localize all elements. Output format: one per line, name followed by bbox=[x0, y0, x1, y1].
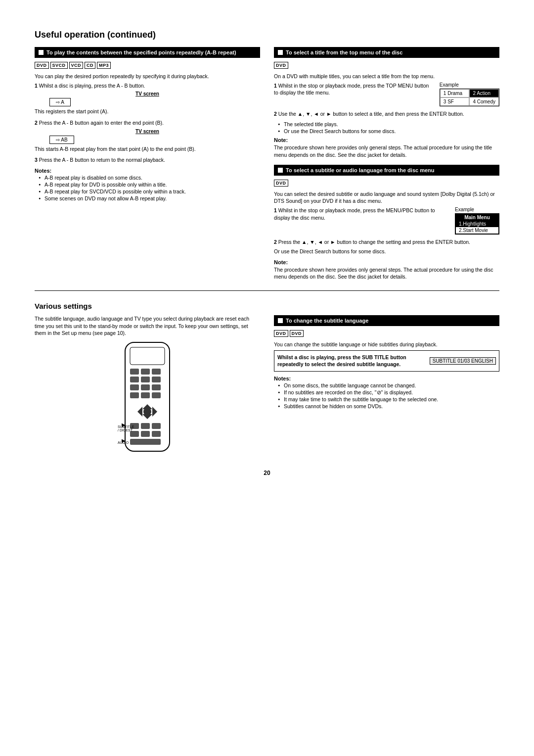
change-subtitle-intro: You can change the subtitle language or … bbox=[274, 341, 499, 348]
tv-screen-box-2: ⇨ AB bbox=[49, 136, 74, 144]
tv-screen-label-2: TV screen bbox=[35, 129, 260, 134]
step2-note: This starts A-B repeat play from the sta… bbox=[35, 145, 260, 153]
section-change-subtitle-heading: To change the subtitle language bbox=[274, 315, 499, 326]
right-step-1: 1 Whilst in the stop or playback mode, p… bbox=[274, 82, 499, 106]
various-settings-right: To change the subtitle language DVD DVD … bbox=[274, 315, 499, 410]
ab-intro: You can play the desired portion repeate… bbox=[35, 73, 260, 80]
note-item: Some scenes on DVD may not allow A-B rep… bbox=[39, 195, 260, 201]
svg-text:SUBTITLE: SUBTITLE bbox=[118, 425, 134, 428]
badge-row-ab: DVD SVCD VCD CD MP3 bbox=[35, 62, 260, 69]
svg-marker-17 bbox=[152, 407, 157, 417]
svg-point-18 bbox=[143, 408, 151, 416]
note-text-title: The procedure shown here provides only g… bbox=[274, 144, 499, 158]
tv-screen-label-1: TV screen bbox=[35, 91, 260, 96]
right-step-2: 2 Use the ▲, ▼, ◄ or ► button to select … bbox=[274, 110, 499, 118]
disc-menu-box: Main Menu 1.Hightlights 2.Start Movie bbox=[455, 213, 499, 235]
svg-rect-8 bbox=[130, 384, 139, 390]
svg-rect-1 bbox=[130, 347, 165, 365]
section-square-icon bbox=[39, 50, 44, 55]
svg-text:▶: ▶ bbox=[122, 422, 126, 427]
right-step-disc-2: 2 Press the ▲, ▼, ◄ or ► button to chang… bbox=[274, 238, 499, 255]
note-item: A-B repeat play for SVCD/VCD is possible… bbox=[39, 189, 260, 194]
note-label-title: Note: bbox=[274, 137, 499, 143]
note-item: A-B repeat play is disabled on some disc… bbox=[39, 175, 260, 181]
badge-dvd: DVD bbox=[35, 62, 49, 69]
badge-row-dvd1: DVD bbox=[274, 62, 499, 69]
remote-control-image: SUBTITLE / DIGEST AUDIO ▶ ▶ bbox=[35, 340, 260, 455]
subtitle-instruction-box: Whilst a disc is playing, press the SUB … bbox=[274, 350, 499, 372]
svg-rect-23 bbox=[141, 431, 150, 437]
svg-rect-10 bbox=[152, 384, 161, 390]
svg-rect-20 bbox=[141, 423, 150, 429]
menu-item-1: 2.Start Movie bbox=[456, 227, 498, 234]
svg-rect-11 bbox=[130, 392, 139, 398]
badge-mp3: MP3 bbox=[97, 62, 111, 69]
section-square-icon-2 bbox=[278, 50, 283, 55]
badge-svcd: SVCD bbox=[50, 62, 68, 69]
section-square-icon-3 bbox=[278, 168, 283, 173]
grid-cell-2action: 2 Action bbox=[469, 89, 499, 97]
subtitle-note-item: If no subtitles are recorded on the disc… bbox=[278, 389, 499, 395]
grid-cell-4comedy: 4 Comedy bbox=[469, 97, 499, 106]
notes-list-ab: A-B repeat play is disabled on some disc… bbox=[35, 175, 260, 201]
bullet-item: The selected title plays. bbox=[278, 121, 499, 127]
example-label-1: Example bbox=[440, 82, 499, 88]
tv-screen-box-1: ⇨ A bbox=[49, 98, 71, 106]
section-ab-repeat-heading: To play the contents between the specifi… bbox=[35, 47, 260, 58]
svg-rect-13 bbox=[152, 392, 161, 398]
notes-list-subtitle: On some discs, the subtitle language can… bbox=[274, 382, 499, 409]
section-divider bbox=[35, 290, 499, 291]
select-title-bullets: The selected title plays. Or use the Dir… bbox=[274, 121, 499, 134]
subtitle-note-item: It may take time to switch the subtitle … bbox=[278, 396, 499, 402]
badge-dvd-sub2: DVD bbox=[290, 330, 304, 337]
example-label-2: Example bbox=[455, 207, 499, 212]
grid-cell-3sf: 3 SF bbox=[440, 97, 470, 106]
badge-dvd-right2: DVD bbox=[274, 180, 288, 187]
section-select-subtitle-heading: To select a subtitle or audio language f… bbox=[274, 165, 499, 176]
step-3: 3 Press the A - B button to return to th… bbox=[35, 156, 260, 164]
right-step-disc-1: 1 Whilst in the stop or playback mode, p… bbox=[274, 207, 499, 235]
page-number: 20 bbox=[35, 470, 499, 476]
notes-label-ab: Notes: bbox=[35, 168, 260, 174]
menu-title: Main Menu bbox=[456, 214, 498, 221]
svg-rect-21 bbox=[152, 423, 161, 429]
grid-cell-1drama: 1 Drama bbox=[440, 89, 470, 97]
svg-rect-7 bbox=[152, 377, 161, 382]
select-title-intro: On a DVD with multiple titles, you can s… bbox=[274, 73, 499, 80]
svg-rect-25 bbox=[130, 439, 161, 445]
badge-dvd-right1: DVD bbox=[274, 62, 288, 69]
svg-rect-9 bbox=[141, 384, 150, 390]
note-item: A-B repeat play for DVD is possible only… bbox=[39, 182, 260, 188]
section-select-title-heading: To select a title from the top menu of t… bbox=[274, 47, 499, 58]
badge-row-dvd2: DVD bbox=[274, 180, 499, 187]
subtitle-note-item: On some discs, the subtitle language can… bbox=[278, 382, 499, 388]
notes-label-subtitle: Notes: bbox=[274, 376, 499, 381]
step-1: 1 Whilst a disc is playing, press the A … bbox=[35, 82, 260, 115]
svg-rect-4 bbox=[152, 369, 161, 375]
note-label-disc: Note: bbox=[274, 259, 499, 265]
subtitle-display-box: SUBTITLE 01/03 ENGLISH bbox=[430, 357, 496, 365]
badge-vcd: VCD bbox=[69, 62, 84, 69]
title-grid: 1 Drama 2 Action 3 SF 4 Comedy bbox=[440, 89, 499, 106]
various-settings-left: The subtitle language, audio language an… bbox=[35, 315, 260, 455]
svg-text:/ DIGEST: / DIGEST bbox=[118, 428, 133, 432]
various-settings-title: Various settings bbox=[35, 302, 499, 310]
bullet-item: Or use the Direct Search buttons for som… bbox=[278, 128, 499, 134]
svg-marker-16 bbox=[137, 407, 142, 417]
svg-text:▶: ▶ bbox=[122, 438, 126, 443]
subtitle-note-item: Subtitles cannot be hidden on some DVDs. bbox=[278, 403, 499, 409]
badge-dvd-sub1: DVD bbox=[274, 330, 288, 337]
remote-svg: SUBTITLE / DIGEST AUDIO ▶ ▶ bbox=[115, 340, 179, 454]
svg-rect-12 bbox=[141, 392, 150, 398]
select-subtitle-intro: You can select the desired subtitle or a… bbox=[274, 190, 499, 205]
step-2: 2 Press the A - B button again to enter … bbox=[35, 119, 260, 152]
svg-rect-6 bbox=[141, 377, 150, 382]
step1-note: This registers the start point (A). bbox=[35, 108, 260, 115]
svg-rect-3 bbox=[141, 369, 150, 375]
badge-cd: CD bbox=[85, 62, 95, 69]
various-settings-intro: The subtitle language, audio language an… bbox=[35, 315, 260, 337]
subtitle-instruction-text: Whilst a disc is playing, press the SUB … bbox=[277, 354, 428, 368]
badge-row-subtitle: DVD DVD bbox=[274, 330, 499, 337]
svg-rect-24 bbox=[152, 431, 161, 437]
note-text-disc: The procedure shown here provides only g… bbox=[274, 266, 499, 281]
